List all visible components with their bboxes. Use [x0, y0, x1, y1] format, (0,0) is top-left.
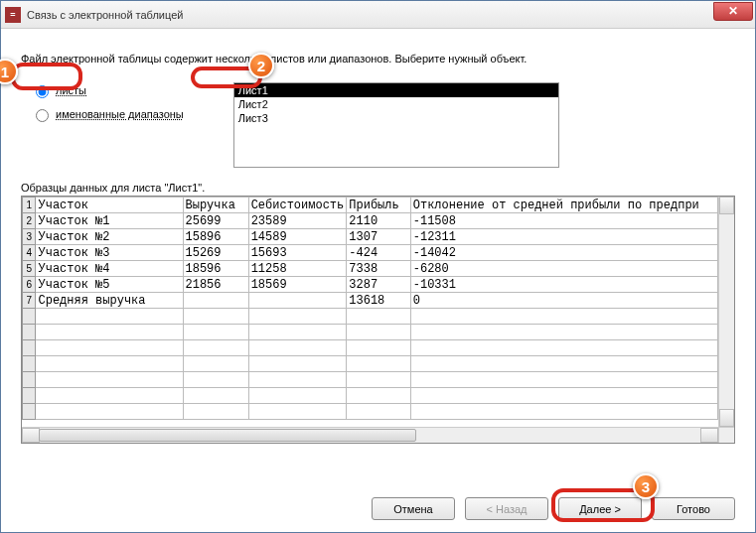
- wizard-window: = Связь с электронной таблицей ✕ Файл эл…: [0, 0, 756, 533]
- cell: 21856: [183, 277, 248, 293]
- cell: Участок №5: [36, 277, 183, 293]
- row-number: 4: [23, 245, 36, 261]
- back-button[interactable]: < Назад: [465, 497, 548, 520]
- cell: -11508: [410, 213, 717, 229]
- cell: [248, 356, 347, 372]
- cell: [183, 325, 248, 340]
- row-number: 5: [23, 261, 36, 277]
- cell: Отклонение от средней прибыли по предпри: [410, 198, 717, 213]
- cell: -14042: [410, 245, 717, 261]
- cell: [248, 325, 347, 340]
- cell: [248, 293, 347, 309]
- cell: [183, 388, 248, 404]
- cell: 1307: [347, 229, 410, 245]
- cell: 18596: [183, 261, 248, 277]
- cell: [410, 356, 717, 372]
- row-number: [23, 372, 36, 388]
- row-number: 2: [23, 213, 36, 229]
- cell: 15269: [183, 245, 248, 261]
- cell: [248, 309, 347, 325]
- row-number: [23, 388, 36, 404]
- cancel-button[interactable]: Отмена: [372, 497, 455, 520]
- cell: Прибыль: [347, 198, 410, 213]
- scroll-corner: [718, 427, 734, 443]
- cell: [248, 372, 347, 388]
- row-number: 6: [23, 277, 36, 293]
- cell: [410, 404, 717, 420]
- scrollbar-thumb[interactable]: [39, 429, 416, 442]
- cell: [248, 340, 347, 356]
- cell: -12311: [410, 229, 717, 245]
- listbox-item[interactable]: Лист2: [234, 97, 558, 111]
- cell: [183, 372, 248, 388]
- cell: [347, 325, 410, 340]
- row-number: 7: [23, 293, 36, 309]
- cell: -424: [347, 245, 410, 261]
- row-number: [23, 404, 36, 420]
- window-title: Связь с электронной таблицей: [27, 9, 183, 21]
- cell: 2110: [347, 213, 410, 229]
- cell: 3287: [347, 277, 410, 293]
- cell: 11258: [248, 261, 347, 277]
- cell: [36, 372, 183, 388]
- cell: [248, 388, 347, 404]
- cell: 23589: [248, 213, 347, 229]
- cell: [347, 309, 410, 325]
- cell: [347, 388, 410, 404]
- cell: 14589: [248, 229, 347, 245]
- cell: [36, 388, 183, 404]
- vertical-scrollbar[interactable]: [718, 197, 734, 427]
- row-number: [23, 340, 36, 356]
- content-area: Файл электронной таблицы содержит нескол…: [1, 29, 755, 532]
- cell: Участок №4: [36, 261, 183, 277]
- cell: [36, 356, 183, 372]
- radio-ranges[interactable]: [36, 109, 49, 122]
- cell: 18569: [248, 277, 347, 293]
- close-button[interactable]: ✕: [713, 2, 753, 21]
- cell: 0: [410, 293, 717, 309]
- cell: [410, 325, 717, 340]
- cell: [347, 356, 410, 372]
- cell: [36, 340, 183, 356]
- highlight-1: [11, 63, 82, 90]
- row-number: [23, 325, 36, 340]
- cell: Участок: [36, 198, 183, 213]
- cell: [410, 388, 717, 404]
- app-icon: =: [5, 7, 21, 23]
- sample-data-table: 1УчастокВыручкаСебистоимостьПрибыльОткло…: [21, 196, 735, 444]
- sheets-listbox[interactable]: Лист1Лист2Лист3: [233, 82, 559, 168]
- radio-group: листы именованные диапазоны: [21, 82, 184, 168]
- cell: [347, 340, 410, 356]
- cell: [183, 356, 248, 372]
- cell: [36, 404, 183, 420]
- cell: Участок №2: [36, 229, 183, 245]
- cell: [410, 309, 717, 325]
- listbox-item[interactable]: Лист1: [234, 83, 558, 97]
- cell: 7338: [347, 261, 410, 277]
- cell: 13618: [347, 293, 410, 309]
- cell: 15693: [248, 245, 347, 261]
- row-number: [23, 356, 36, 372]
- cell: [183, 309, 248, 325]
- row-number: [23, 309, 36, 325]
- radio-ranges-label[interactable]: именованные диапазоны: [56, 108, 184, 120]
- cell: Участок №3: [36, 245, 183, 261]
- badge-2: 2: [248, 53, 274, 78]
- grid: 1УчастокВыручкаСебистоимостьПрибыльОткло…: [22, 197, 718, 420]
- finish-button[interactable]: Готово: [652, 497, 735, 520]
- cell: [183, 404, 248, 420]
- cell: Выручка: [183, 198, 248, 213]
- cell: [36, 325, 183, 340]
- listbox-item[interactable]: Лист3: [234, 111, 558, 125]
- cell: Средняя выручка: [36, 293, 183, 309]
- cell: [410, 372, 717, 388]
- cell: [347, 404, 410, 420]
- cell: Участок №1: [36, 213, 183, 229]
- sample-data-label: Образцы данных для листа "Лист1".: [21, 182, 735, 194]
- cell: -10331: [410, 277, 717, 293]
- horizontal-scrollbar[interactable]: [22, 427, 718, 443]
- cell: 25699: [183, 213, 248, 229]
- instruction-text: Файл электронной таблицы содержит нескол…: [21, 53, 735, 65]
- cell: -6280: [410, 261, 717, 277]
- row-number: 3: [23, 229, 36, 245]
